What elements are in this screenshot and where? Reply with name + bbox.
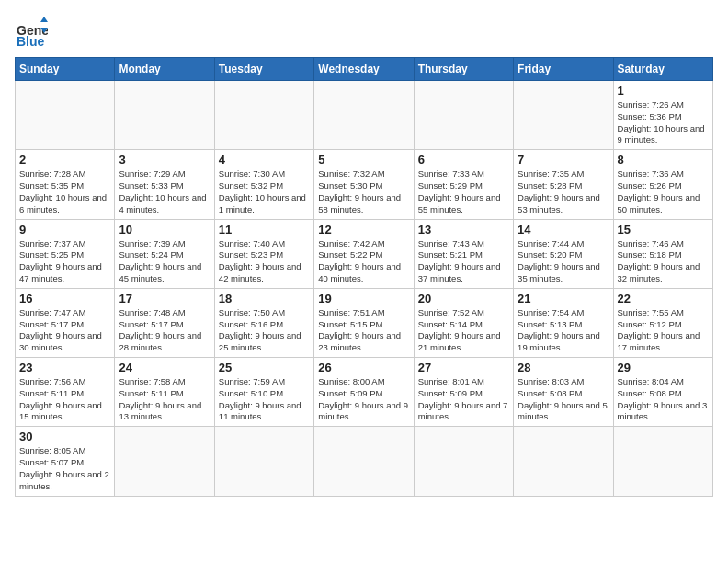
day-info: Sunrise: 7:39 AM Sunset: 5:24 PM Dayligh… [119,238,210,285]
calendar-cell: 26Sunrise: 8:00 AM Sunset: 5:09 PM Dayli… [314,358,414,427]
day-number: 2 [19,153,110,167]
day-number: 25 [219,361,310,374]
day-number: 21 [518,292,609,305]
calendar-cell [115,81,214,150]
calendar-cell [314,427,414,496]
calendar-cell: 1Sunrise: 7:26 AM Sunset: 5:36 PM Daylig… [613,81,712,150]
weekday-header-thursday: Thursday [414,58,513,81]
day-number: 28 [518,361,609,374]
calendar-cell: 12Sunrise: 7:42 AM Sunset: 5:22 PM Dayli… [314,219,414,288]
logo: General Blue [15,15,51,48]
day-info: Sunrise: 7:46 AM Sunset: 5:18 PM Dayligh… [618,238,709,285]
day-info: Sunrise: 8:03 AM Sunset: 5:08 PM Dayligh… [518,376,609,423]
page-header: General Blue [15,15,713,48]
calendar-cell [214,427,313,496]
calendar-cell: 16Sunrise: 7:47 AM Sunset: 5:17 PM Dayli… [16,288,115,357]
day-info: Sunrise: 8:00 AM Sunset: 5:09 PM Dayligh… [318,376,409,423]
day-info: Sunrise: 7:47 AM Sunset: 5:17 PM Dayligh… [19,307,110,354]
weekday-header-monday: Monday [115,58,214,81]
day-number: 9 [19,223,110,236]
calendar-week-row: 30Sunrise: 8:05 AM Sunset: 5:07 PM Dayli… [16,427,713,496]
day-info: Sunrise: 7:51 AM Sunset: 5:15 PM Dayligh… [318,307,409,354]
calendar-cell [214,81,313,150]
calendar-cell: 25Sunrise: 7:59 AM Sunset: 5:10 PM Dayli… [214,358,313,427]
day-info: Sunrise: 7:44 AM Sunset: 5:20 PM Dayligh… [518,238,609,285]
day-number: 20 [418,292,509,305]
calendar-week-row: 2Sunrise: 7:28 AM Sunset: 5:35 PM Daylig… [16,150,713,219]
day-number: 13 [418,223,509,236]
day-info: Sunrise: 7:55 AM Sunset: 5:12 PM Dayligh… [618,307,709,354]
day-number: 15 [618,223,709,236]
calendar-cell [314,81,414,150]
day-info: Sunrise: 7:50 AM Sunset: 5:16 PM Dayligh… [219,307,310,354]
calendar-cell: 24Sunrise: 7:58 AM Sunset: 5:11 PM Dayli… [115,358,214,427]
day-info: Sunrise: 7:42 AM Sunset: 5:22 PM Dayligh… [318,238,409,285]
calendar-cell: 20Sunrise: 7:52 AM Sunset: 5:14 PM Dayli… [414,288,513,357]
calendar-cell: 14Sunrise: 7:44 AM Sunset: 5:20 PM Dayli… [514,219,613,288]
day-info: Sunrise: 7:36 AM Sunset: 5:26 PM Dayligh… [618,168,709,215]
calendar-cell [514,81,613,150]
calendar-cell [514,427,613,496]
calendar-week-row: 9Sunrise: 7:37 AM Sunset: 5:25 PM Daylig… [16,219,713,288]
day-info: Sunrise: 7:29 AM Sunset: 5:33 PM Dayligh… [119,168,210,215]
calendar-cell: 9Sunrise: 7:37 AM Sunset: 5:25 PM Daylig… [16,219,115,288]
calendar-week-row: 16Sunrise: 7:47 AM Sunset: 5:17 PM Dayli… [16,288,713,357]
calendar-week-row: 23Sunrise: 7:56 AM Sunset: 5:11 PM Dayli… [16,358,713,427]
day-info: Sunrise: 8:01 AM Sunset: 5:09 PM Dayligh… [418,376,509,423]
day-number: 4 [219,153,310,167]
day-number: 3 [119,153,210,167]
calendar-cell: 19Sunrise: 7:51 AM Sunset: 5:15 PM Dayli… [314,288,414,357]
day-info: Sunrise: 7:35 AM Sunset: 5:28 PM Dayligh… [518,168,609,215]
weekday-header-saturday: Saturday [613,58,712,81]
day-number: 5 [318,153,409,167]
day-info: Sunrise: 7:26 AM Sunset: 5:36 PM Dayligh… [618,99,709,146]
calendar-cell [16,81,115,150]
day-info: Sunrise: 8:05 AM Sunset: 5:07 PM Dayligh… [19,445,110,492]
logo-icon: General Blue [15,15,48,48]
calendar-cell: 10Sunrise: 7:39 AM Sunset: 5:24 PM Dayli… [115,219,214,288]
day-number: 6 [418,153,509,167]
svg-text:Blue: Blue [17,34,45,48]
calendar-cell: 21Sunrise: 7:54 AM Sunset: 5:13 PM Dayli… [514,288,613,357]
calendar-cell: 17Sunrise: 7:48 AM Sunset: 5:17 PM Dayli… [115,288,214,357]
day-number: 14 [518,223,609,236]
calendar-cell: 13Sunrise: 7:43 AM Sunset: 5:21 PM Dayli… [414,219,513,288]
day-number: 29 [618,361,709,374]
day-number: 7 [518,153,609,167]
calendar-cell: 27Sunrise: 8:01 AM Sunset: 5:09 PM Dayli… [414,358,513,427]
day-number: 12 [318,223,409,236]
day-number: 27 [418,361,509,374]
day-info: Sunrise: 7:37 AM Sunset: 5:25 PM Dayligh… [19,238,110,285]
day-info: Sunrise: 7:28 AM Sunset: 5:35 PM Dayligh… [19,168,110,215]
day-info: Sunrise: 7:59 AM Sunset: 5:10 PM Dayligh… [219,376,310,423]
calendar-cell: 5Sunrise: 7:32 AM Sunset: 5:30 PM Daylig… [314,150,414,219]
weekday-header-row: SundayMondayTuesdayWednesdayThursdayFrid… [16,58,713,81]
calendar-cell: 4Sunrise: 7:30 AM Sunset: 5:32 PM Daylig… [214,150,313,219]
day-info: Sunrise: 7:40 AM Sunset: 5:23 PM Dayligh… [219,238,310,285]
day-number: 16 [19,292,110,305]
calendar-cell: 2Sunrise: 7:28 AM Sunset: 5:35 PM Daylig… [16,150,115,219]
weekday-header-friday: Friday [514,58,613,81]
day-info: Sunrise: 7:48 AM Sunset: 5:17 PM Dayligh… [119,307,210,354]
calendar-cell: 22Sunrise: 7:55 AM Sunset: 5:12 PM Dayli… [613,288,712,357]
day-number: 18 [219,292,310,305]
day-number: 26 [318,361,409,374]
day-number: 11 [219,223,310,236]
calendar-cell: 6Sunrise: 7:33 AM Sunset: 5:29 PM Daylig… [414,150,513,219]
calendar-cell: 30Sunrise: 8:05 AM Sunset: 5:07 PM Dayli… [16,427,115,496]
day-info: Sunrise: 7:54 AM Sunset: 5:13 PM Dayligh… [518,307,609,354]
calendar-cell: 18Sunrise: 7:50 AM Sunset: 5:16 PM Dayli… [214,288,313,357]
calendar-cell: 29Sunrise: 8:04 AM Sunset: 5:08 PM Dayli… [613,358,712,427]
day-number: 8 [618,153,709,167]
day-number: 17 [119,292,210,305]
day-info: Sunrise: 7:56 AM Sunset: 5:11 PM Dayligh… [19,376,110,423]
day-number: 22 [618,292,709,305]
calendar-table: SundayMondayTuesdayWednesdayThursdayFrid… [15,57,713,497]
calendar-cell [414,81,513,150]
day-number: 1 [618,84,709,98]
day-info: Sunrise: 7:32 AM Sunset: 5:30 PM Dayligh… [318,168,409,215]
calendar-cell: 15Sunrise: 7:46 AM Sunset: 5:18 PM Dayli… [613,219,712,288]
weekday-header-tuesday: Tuesday [214,58,313,81]
day-info: Sunrise: 8:04 AM Sunset: 5:08 PM Dayligh… [618,376,709,423]
day-info: Sunrise: 7:58 AM Sunset: 5:11 PM Dayligh… [119,376,210,423]
